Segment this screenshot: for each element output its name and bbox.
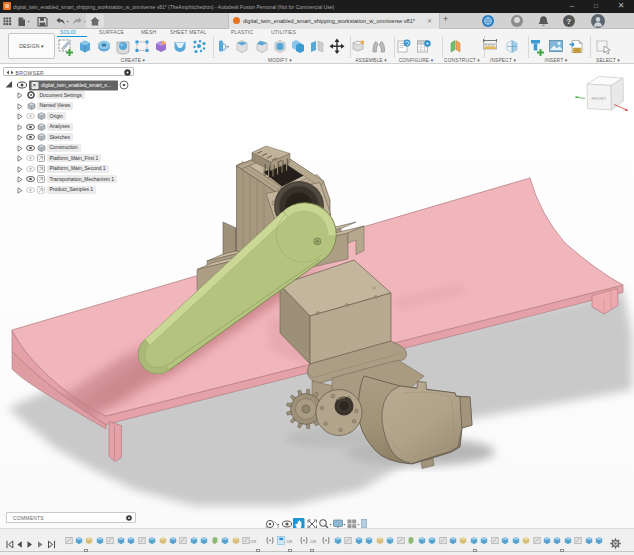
svg-text:FRONT: FRONT — [592, 96, 607, 101]
